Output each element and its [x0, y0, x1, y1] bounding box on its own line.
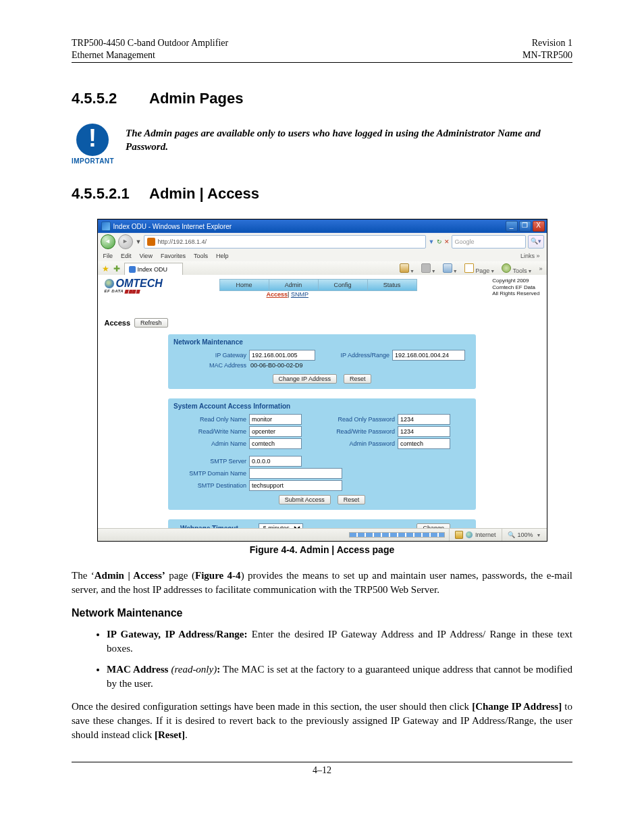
page-footer: 4–12	[72, 762, 572, 776]
nav-status[interactable]: Status	[368, 279, 417, 291]
smtp-server-label: SMTP Server	[173, 458, 249, 465]
ie-feeds-icon[interactable]	[421, 263, 431, 273]
ro-name-label: Read Only Name	[173, 416, 249, 423]
body-paragraph: Once the desired configuration settings …	[72, 700, 572, 741]
admin-name-input[interactable]	[249, 438, 302, 449]
nav-forward-button[interactable]: ►	[118, 234, 133, 249]
subnav-sep: |	[288, 291, 289, 298]
rw-pw-input[interactable]	[398, 426, 450, 437]
reset-ip-button[interactable]: Reset	[344, 374, 372, 384]
header-left-top: TRP500-4450 C-band Outdoor Amplifier	[72, 37, 228, 49]
header-right-top: Revision 1	[522, 37, 572, 49]
section-title: Admin Pages	[149, 90, 243, 107]
section-number: 4.5.5.2	[72, 90, 149, 107]
browser-menubar: File Edit View Favorites Tools Help Link…	[98, 251, 547, 261]
ie-right-toolbar: ▼ ▼ ▼ Page▼ Tools▼ »	[400, 263, 543, 274]
menu-edit[interactable]: Edit	[121, 253, 132, 259]
smtp-dest-input[interactable]	[249, 480, 342, 491]
ro-pw-label: Read Only Password	[322, 416, 398, 423]
important-label: IMPORTANT	[72, 157, 113, 165]
header-left-bottom: Ethernet Management	[72, 49, 228, 61]
nav-config[interactable]: Config	[319, 279, 368, 291]
reset-access-button[interactable]: Reset	[338, 495, 366, 504]
chevron-down-icon[interactable]: ▼	[431, 269, 436, 273]
ie-tools-menu[interactable]: Tools▼	[502, 263, 532, 274]
mac-address-value: 00-06-B0-00-02-D9	[249, 362, 303, 369]
ie-page-menu[interactable]: Page▼	[464, 263, 495, 274]
subnav-access[interactable]: Access	[267, 291, 288, 298]
tab-favicon-icon	[129, 266, 136, 273]
menu-favorites[interactable]: Favorites	[161, 253, 186, 259]
gear-icon	[502, 263, 511, 273]
search-box[interactable]: Google	[452, 235, 526, 249]
favorites-star-icon[interactable]: ★	[102, 264, 109, 273]
menu-help[interactable]: Help	[216, 253, 229, 259]
status-zoom[interactable]: 🔍 100% ▼	[502, 529, 547, 541]
address-dropdown-icon[interactable]: ▼	[429, 238, 435, 245]
smtp-domain-input[interactable]	[249, 468, 342, 479]
important-text: The Admin pages are available only to us…	[126, 124, 572, 154]
shield-icon	[455, 531, 463, 539]
figure-screenshot: Index ODU - Windows Internet Explorer _ …	[97, 219, 547, 542]
copyright-block: Copyright 2009 Comtech EF Data All Right…	[492, 278, 539, 297]
nav-admin[interactable]: Admin	[269, 279, 319, 291]
webpage-timeout-panel: Webpage Timeout 5 minutes Change	[168, 519, 476, 529]
header-right-bottom: MN-TRP500	[522, 49, 572, 61]
address-url: http://192.168.1.4/	[157, 238, 207, 245]
change-ip-button[interactable]: Change IP Address	[273, 374, 337, 384]
nav-history-dropdown[interactable]: ▼	[136, 238, 142, 245]
status-zone[interactable]: Internet	[449, 529, 502, 541]
chevron-down-icon[interactable]: ▼	[537, 533, 541, 538]
links-label[interactable]: Links »	[520, 253, 540, 259]
smtp-domain-label: SMTP Domain Name	[173, 470, 249, 477]
address-bar[interactable]: http://192.168.1.4/	[144, 235, 425, 249]
ro-name-input[interactable]	[249, 414, 302, 425]
ie-print-icon[interactable]	[443, 263, 452, 273]
browser-address-row: ◄ ► ▼ http://192.168.1.4/ ▼ ↻ ✕ Google 🔍…	[98, 233, 547, 251]
ip-gateway-input[interactable]	[249, 350, 315, 361]
menu-view[interactable]: View	[140, 253, 153, 259]
subnav-snmp[interactable]: SNMP	[291, 291, 308, 298]
ie-home-icon[interactable]	[400, 263, 409, 273]
ro-pw-input[interactable]	[398, 414, 450, 425]
window-titlebar[interactable]: Index ODU - Windows Internet Explorer _ …	[98, 219, 547, 233]
figure-caption: Figure 4-4. Admin | Access page	[72, 544, 572, 555]
menu-file[interactable]: File	[103, 253, 113, 259]
chevron-down-icon[interactable]: ▼	[410, 269, 414, 273]
page-number: 4–12	[313, 765, 331, 775]
submit-access-button[interactable]: Submit Access	[279, 495, 331, 504]
window-minimize-button[interactable]: _	[506, 221, 518, 232]
window-maximize-button[interactable]: ❐	[519, 221, 531, 232]
refresh-icon[interactable]: ↻	[437, 238, 442, 245]
menu-tools[interactable]: Tools	[194, 253, 208, 259]
smtp-server-input[interactable]	[249, 456, 302, 467]
ip-range-input[interactable]	[392, 350, 465, 361]
add-favorite-icon[interactable]: ✚	[113, 264, 120, 273]
admin-pw-label: Admin Password	[322, 440, 398, 447]
chevron-down-icon[interactable]: ▼	[453, 269, 458, 273]
smtp-dest-label: SMTP Destination	[173, 482, 249, 489]
nav-back-button[interactable]: ◄	[101, 234, 115, 249]
search-go-button[interactable]: 🔍▾	[528, 235, 544, 249]
rw-name-input[interactable]	[249, 426, 302, 437]
ip-gateway-label: IP Gateway	[173, 352, 249, 359]
page-content: OMTECH EF DATA ▆▆▆▆ Home Admin Config St…	[98, 275, 547, 529]
browser-tab[interactable]: Index ODU	[124, 263, 184, 276]
globe-icon	[466, 531, 473, 538]
window-title: Index ODU - Windows Internet Explorer	[113, 223, 232, 230]
status-zoom-label: 100%	[518, 531, 533, 538]
rw-pw-label: Read/Write Password	[322, 428, 398, 435]
page-refresh-button[interactable]: Refresh	[134, 318, 168, 328]
page-header: TRP500-4450 C-band Outdoor Amplifier Eth…	[72, 37, 572, 61]
nav-home[interactable]: Home	[219, 279, 269, 291]
system-account-panel: System Account Access Information Read O…	[168, 398, 476, 510]
globe-icon	[105, 279, 114, 288]
window-close-button[interactable]: X	[533, 221, 545, 232]
important-icon: ! IMPORTANT	[72, 124, 113, 165]
stop-icon[interactable]: ✕	[444, 238, 450, 245]
ie-chevrons-icon[interactable]: »	[539, 265, 542, 272]
ip-range-label: IP Address/Range	[322, 352, 392, 359]
admin-pw-input[interactable]	[398, 438, 450, 449]
body-paragraph: The ‘Admin | Access’ page (Figure 4-4) p…	[72, 569, 572, 596]
panel-title: System Account Access Information	[173, 402, 471, 410]
